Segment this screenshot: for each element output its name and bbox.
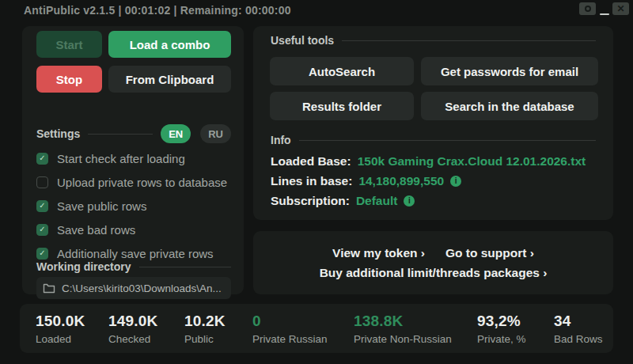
folder-icon (43, 282, 55, 294)
settings-header: Settings EN RU (36, 124, 231, 143)
checkbox-label: Additionally save private rows (57, 247, 214, 260)
minimize-button[interactable] (598, 2, 611, 15)
close-button[interactable]: ✕ (612, 2, 629, 15)
stat-private-russian: 0 Private Russian (252, 313, 328, 345)
useful-tools-header: Useful tools (271, 34, 596, 47)
lines-in-base-value: 14,180,899,550 (358, 174, 444, 188)
divider (139, 267, 231, 267)
checkbox-icon: ✓ (36, 153, 48, 165)
stat-value: 34 (554, 313, 603, 330)
divider (299, 140, 596, 141)
loaded-base-value: 150k Gaming Crax.Cloud 12.01.2026.txt (358, 154, 586, 169)
checkbox-start-check-after-loading[interactable]: ✓ Start check after loading (36, 146, 231, 170)
stat-label: Public (184, 333, 226, 345)
links-row-bottom: Buy additional limit/threads packages › (320, 266, 548, 280)
info-icon[interactable]: i (404, 195, 415, 207)
stat-label: Private Non-Russian (354, 333, 452, 345)
stats-bar: 150.0K Loaded 149.0K Checked 10.2K Publi… (20, 304, 613, 353)
checkbox-icon: ✓ (36, 224, 48, 236)
working-directory-path: C:\Users\kirito03\Downloads\An... (62, 282, 222, 294)
record-circle-button[interactable] (579, 2, 596, 15)
tools-info-panel: Useful tools AutoSearch Get passwords fo… (253, 26, 613, 220)
divider (88, 134, 153, 135)
minimize-icon (600, 13, 609, 15)
get-passwords-button[interactable]: Get passwords for email (421, 57, 598, 85)
app-title: AntiPublic v2.1.5 | 00:01:02 | Remaining… (24, 4, 291, 17)
stat-checked: 149.0K Checked (108, 313, 157, 345)
working-directory-label: Working directory (36, 260, 131, 273)
checkbox-label: Save bad rows (57, 223, 135, 237)
info-row-label: Lines in base: (271, 174, 352, 188)
info-row-loaded-base: Loaded Base: 150k Gaming Crax.Cloud 12.0… (271, 151, 596, 171)
search-database-button[interactable]: Search in the database (421, 92, 598, 120)
checkbox-icon: ✓ (36, 248, 48, 260)
language-toggle-ru[interactable]: RU (200, 124, 231, 143)
view-my-token-link[interactable]: View my token › (332, 246, 425, 260)
divider (342, 40, 596, 41)
stat-value: 138.8K (354, 313, 452, 330)
stat-label: Checked (108, 333, 157, 345)
stat-private-percent: 93,2% Private, % (477, 313, 526, 345)
stat-value: 0 (252, 313, 328, 330)
close-icon: ✕ (616, 4, 624, 13)
stat-value: 10.2K (184, 313, 226, 330)
stat-label: Private, % (477, 333, 526, 345)
info-row-lines-in-base: Lines in base: 14,180,899,550 i (271, 171, 596, 191)
checkbox-label: Save public rows (57, 199, 146, 213)
checkbox-save-bad-rows[interactable]: ✓ Save bad rows (36, 218, 231, 241)
info-header: Info (271, 134, 596, 146)
links-panel: View my token › Go to support › Buy addi… (253, 231, 613, 294)
from-clipboard-button[interactable]: From Clipboard (108, 66, 231, 93)
info-rows: Loaded Base: 150k Gaming Crax.Cloud 12.0… (271, 151, 596, 210)
stat-value: 150.0K (36, 313, 85, 330)
checkbox-label: Upload private rows to database (57, 176, 227, 189)
buy-packages-link[interactable]: Buy additional limit/threads packages › (320, 266, 548, 280)
stat-value: 149.0K (108, 313, 157, 330)
checkbox-icon: ✓ (36, 176, 48, 188)
stat-public: 10.2K Public (184, 313, 226, 345)
checkbox-upload-private-rows[interactable]: ✓ Upload private rows to database (36, 170, 231, 194)
title-bar: AntiPublic v2.1.5 | 00:01:02 | Remaining… (0, 0, 633, 21)
circle-icon (585, 6, 591, 12)
info-label: Info (271, 134, 291, 146)
results-folder-button[interactable]: Results folder (270, 92, 414, 120)
settings-checkbox-list: ✓ Start check after loading ✓ Upload pri… (36, 146, 231, 265)
go-to-support-link[interactable]: Go to support › (445, 246, 534, 260)
working-directory-field[interactable]: C:\Users\kirito03\Downloads\An... (36, 277, 231, 299)
info-row-label: Subscription: (271, 194, 350, 208)
info-icon[interactable]: i (450, 176, 461, 187)
start-button[interactable]: Start (36, 31, 102, 58)
checkbox-save-public-rows[interactable]: ✓ Save public rows (36, 194, 231, 218)
stat-private-non-russian: 138.8K Private Non-Russian (354, 313, 452, 345)
stat-value: 93,2% (477, 313, 526, 330)
info-row-subscription: Subscription: Default i (271, 191, 596, 210)
info-row-label: Loaded Base: (271, 154, 351, 169)
stat-label: Bad Rows (554, 333, 603, 345)
autosearch-button[interactable]: AutoSearch (270, 57, 414, 85)
settings-label: Settings (36, 127, 80, 140)
stat-bad-rows: 34 Bad Rows (554, 313, 603, 345)
load-combo-button[interactable]: Load a combo (108, 31, 231, 58)
controls-panel: Start Load a combo Stop From Clipboard S… (22, 26, 244, 294)
stat-label: Private Russian (252, 333, 328, 345)
checkbox-icon: ✓ (36, 200, 48, 212)
stat-label: Loaded (36, 333, 85, 345)
links-row-top: View my token › Go to support › (332, 246, 534, 260)
language-toggle-en[interactable]: EN (161, 124, 191, 143)
checkbox-label: Start check after loading (57, 152, 185, 165)
stat-loaded: 150.0K Loaded (36, 313, 85, 345)
stop-button[interactable]: Stop (36, 66, 102, 93)
useful-tools-label: Useful tools (271, 34, 334, 47)
working-directory-header: Working directory (36, 260, 231, 273)
subscription-value: Default (356, 194, 398, 208)
